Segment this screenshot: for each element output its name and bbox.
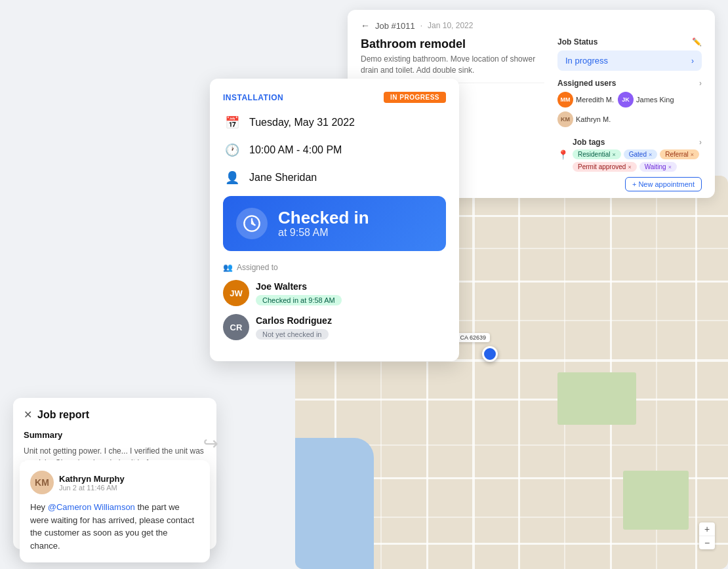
assigned-to-label: Assigned to <box>237 263 278 272</box>
status-chevron-icon: › <box>691 56 694 66</box>
tag-waiting[interactable]: Waiting× <box>639 162 677 172</box>
user-name-2: Kathryn M. <box>576 115 611 123</box>
assignee-avatar-0: JW <box>223 280 249 306</box>
assigned-chevron-icon: › <box>699 79 702 88</box>
job-description: Demo existing bathroom. Move location of… <box>361 54 544 76</box>
back-arrow-icon: ← <box>361 20 370 31</box>
job-date: Jan 10, 2022 <box>428 21 473 30</box>
tag-gated[interactable]: Gated× <box>624 149 658 159</box>
job-status-select[interactable]: In progress › <box>557 50 702 71</box>
checkin-clock-icon <box>236 208 268 239</box>
time-text: 10:00 AM - 4:00 PM <box>249 144 342 156</box>
date-text: Tuesday, May 31 2022 <box>249 117 355 128</box>
checkin-banner: Checked in at 9:58 AM <box>223 196 446 251</box>
location-icon: 📍 <box>557 149 569 160</box>
assignee-name-1: Carlos Rodriguez <box>256 315 446 326</box>
job-title: Bathroom remodel <box>361 37 544 51</box>
person-text: Jane Sheridan <box>249 172 317 184</box>
assigned-users-label: Assigned users <box>557 79 616 88</box>
avatar-0: MM <box>557 92 573 108</box>
tags-chevron-icon: › <box>699 138 702 147</box>
job-report-close-button[interactable]: ✕ <box>24 408 32 421</box>
clock-icon: 🕐 <box>223 141 241 159</box>
tag-referral[interactable]: Referral× <box>660 149 699 159</box>
user-name-1: James King <box>636 96 674 104</box>
checkin-title: Checked in <box>278 208 369 227</box>
avatar-1: JK <box>618 92 634 108</box>
assigned-label-icon: 👥 <box>223 263 233 272</box>
job-status-label: Job Status <box>557 37 597 47</box>
installation-card: INSTALLATION IN PROGRESS 📅 Tuesday, May … <box>210 79 459 361</box>
tag-permit[interactable]: Permit approved× <box>573 162 637 172</box>
new-appointment-button[interactable]: + New appointment <box>625 177 702 191</box>
zoom-out-button[interactable]: − <box>699 536 715 549</box>
map-zoom-controls: + − <box>699 522 715 549</box>
person-icon: 👤 <box>223 168 241 187</box>
comment-avatar: KM <box>30 471 54 494</box>
job-report-title: Job report <box>37 409 89 421</box>
comment-text: Hey @Cameron Williamson the part we were… <box>30 501 199 552</box>
user-chip-0: MM Meredith M. <box>557 92 614 108</box>
user-name-0: Meredith M. <box>576 96 614 104</box>
pencil-icon[interactable]: ✏️ <box>692 37 702 47</box>
reply-arrow-icon: ↩ <box>203 433 218 454</box>
job-back-link[interactable]: Job #1011 <box>375 21 415 31</box>
assignee-row-0: JW Joe Walters Checked in at 9:58 AM <box>223 280 446 306</box>
assignee-status-1: Not yet checked in <box>256 329 329 340</box>
comment-mention: @Cameron Williamson <box>48 502 135 512</box>
in-progress-badge: IN PROGRESS <box>384 92 446 103</box>
summary-label: Summary <box>24 430 206 440</box>
checkin-subtitle: at 9:58 AM <box>278 227 369 239</box>
comment-card: KM Kathryn Murphy Jun 2 at 11:46 AM Hey … <box>20 460 210 562</box>
assignee-name-0: Joe Walters <box>256 281 446 292</box>
assignee-status-0: Checked in at 9:58 AM <box>256 295 342 305</box>
comment-author: Kathryn Murphy <box>59 474 125 484</box>
job-tags-label: Job tags <box>573 138 605 147</box>
comment-date: Jun 2 at 11:46 AM <box>59 484 125 492</box>
tag-residential[interactable]: Residential× <box>573 149 621 159</box>
zoom-in-button[interactable]: + <box>699 522 715 536</box>
assigned-to-section: 👥 Assigned to JW Joe Walters Checked in … <box>223 263 446 340</box>
user-chip-1: JK James King <box>618 92 674 108</box>
calendar-icon: 📅 <box>223 113 241 132</box>
map-pin <box>482 346 498 362</box>
user-chip-2: KM Kathryn M. <box>557 111 702 127</box>
avatar-2: KM <box>557 111 573 127</box>
assignee-avatar-1: CR <box>223 314 249 340</box>
installation-title: INSTALLATION <box>223 93 283 102</box>
assignee-row-1: CR Carlos Rodriguez Not yet checked in <box>223 314 446 340</box>
